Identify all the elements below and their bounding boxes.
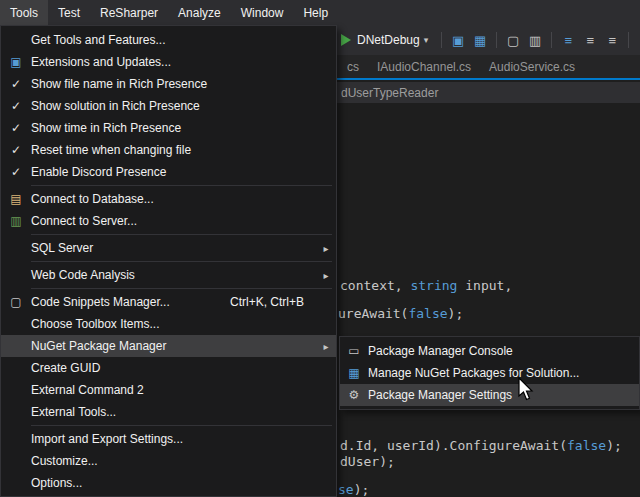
code-line: ureAwait(false); bbox=[338, 306, 463, 322]
visual-studio-window: context, string input,ureAwait(false);d.… bbox=[0, 0, 640, 497]
profiler-icon[interactable]: ▦ bbox=[470, 30, 490, 50]
menu-item-create-guid[interactable]: Create GUID ▸ bbox=[1, 357, 336, 379]
icon-glyph: ▥ bbox=[529, 33, 541, 48]
icon-glyph: ≡ bbox=[586, 33, 594, 48]
split-view-icon[interactable]: ▥ bbox=[525, 30, 545, 50]
tab-label: cs bbox=[347, 60, 359, 74]
menubar-test[interactable]: Test bbox=[48, 0, 90, 25]
menubar-item-label: Help bbox=[303, 6, 328, 20]
icon-glyph: ≡ bbox=[608, 33, 616, 48]
menu-item-code-snippets-manager[interactable]: ▢ Code Snippets Manager... Ctrl+K, Ctrl+… bbox=[1, 291, 336, 313]
menu-item-customize[interactable]: Customize... ▸ bbox=[1, 450, 336, 472]
menu-bar: Tools Test ReSharper Analyze Window Help bbox=[0, 0, 640, 25]
console-icon: ▭ bbox=[340, 344, 368, 358]
menu-item-options[interactable]: Options... ▸ bbox=[1, 472, 336, 494]
tab-audioservice[interactable]: AudioService.cs bbox=[480, 55, 584, 78]
icon-glyph: ▢ bbox=[507, 33, 519, 48]
check-icon: ✓ bbox=[1, 99, 31, 113]
menubar-item-label: ReSharper bbox=[100, 6, 158, 20]
menu-item-show-time[interactable]: ✓ Show time in Rich Presence ▸ bbox=[1, 117, 336, 139]
menubar-resharper[interactable]: ReSharper bbox=[90, 0, 168, 25]
debug-target-dropdown[interactable]: DNetDebug bbox=[357, 33, 420, 47]
menu-item-show-solution[interactable]: ✓ Show solution in Rich Presence ▸ bbox=[1, 95, 336, 117]
menu-item-label: Web Code Analysis bbox=[31, 268, 135, 282]
menubar-item-label: Analyze bbox=[178, 6, 221, 20]
menu-item-label: Get Tools and Features... bbox=[31, 33, 166, 47]
start-debug-icon[interactable] bbox=[341, 34, 351, 46]
menu-item-external-tools[interactable]: External Tools... ▸ bbox=[1, 401, 336, 423]
menu-item-label: Enable Discord Presence bbox=[31, 165, 166, 179]
menu-item-reset-time[interactable]: ✓ Reset time when changing file ▸ bbox=[1, 139, 336, 161]
menu-item-label: Show file name in Rich Presence bbox=[31, 77, 207, 91]
separator bbox=[441, 32, 442, 48]
database-icon: ▤ bbox=[1, 192, 31, 206]
menu-item-label: SQL Server bbox=[31, 241, 93, 255]
menu-item-web-code-analysis[interactable]: Web Code Analysis ▸ bbox=[1, 264, 336, 286]
new-query-icon[interactable]: ▢ bbox=[503, 30, 523, 50]
menubar-analyze[interactable]: Analyze bbox=[168, 0, 231, 25]
check-icon: ✓ bbox=[1, 121, 31, 135]
menu-item-label: NuGet Package Manager bbox=[31, 339, 166, 353]
attach-to-process-icon[interactable]: ▣ bbox=[448, 30, 468, 50]
menu-item-nuget-package-manager[interactable]: NuGet Package Manager ▸ bbox=[1, 335, 336, 357]
tab-iaudiochannel[interactable]: IAudioChannel.cs bbox=[368, 55, 480, 78]
submenu-item-manage-nuget-packages[interactable]: ▦ Manage NuGet Packages for Solution... bbox=[340, 362, 639, 384]
menubar-tools[interactable]: Tools bbox=[0, 0, 48, 25]
check-icon: ✓ bbox=[1, 143, 31, 157]
menubar-item-label: Window bbox=[241, 6, 284, 20]
menu-item-get-tools-and-features[interactable]: Get Tools and Features... ▸ bbox=[1, 29, 336, 51]
menubar-help[interactable]: Help bbox=[293, 0, 338, 25]
menu-item-import-export-settings[interactable]: Import and Export Settings... ▸ bbox=[1, 428, 336, 450]
code-line: context, string input, bbox=[340, 278, 512, 294]
menu-item-label: Show solution in Rich Presence bbox=[31, 99, 200, 113]
mouse-cursor bbox=[518, 377, 536, 403]
menubar-item-label: Tools bbox=[10, 6, 38, 20]
check-icon: ✓ bbox=[1, 165, 31, 179]
code-line: se); bbox=[338, 482, 369, 497]
submenu-item-label: Package Manager Settings bbox=[368, 388, 512, 402]
menu-item-label: Extensions and Updates... bbox=[31, 55, 171, 69]
tab-label: AudioService.cs bbox=[489, 60, 575, 74]
menu-item-label: Import and Export Settings... bbox=[31, 432, 183, 446]
menu-item-extensions-and-updates[interactable]: ▣ Extensions and Updates... ▸ bbox=[1, 51, 336, 73]
separator bbox=[628, 32, 629, 48]
line-indent-icon[interactable]: ≡ bbox=[558, 30, 578, 50]
member-dropdown[interactable]: dUserTypeReader bbox=[341, 86, 438, 100]
code-line: dUser); bbox=[340, 454, 395, 470]
menu-item-label: Code Snippets Manager... bbox=[31, 295, 170, 309]
chevron-down-icon[interactable]: ▾ bbox=[424, 35, 429, 45]
menu-item-sql-server[interactable]: SQL Server ▸ bbox=[1, 237, 336, 259]
submenu-arrow-icon: ▸ bbox=[318, 270, 334, 281]
icon-glyph: ≡ bbox=[564, 33, 572, 48]
line-spacing-icon[interactable]: ≡ bbox=[580, 30, 600, 50]
menu-item-label: External Command 2 bbox=[31, 383, 144, 397]
tab-partial[interactable]: cs bbox=[338, 55, 368, 78]
menu-item-enable-discord-presence[interactable]: ✓ Enable Discord Presence ▸ bbox=[1, 161, 336, 183]
menu-item-connect-to-database[interactable]: ▤ Connect to Database... ▸ bbox=[1, 188, 336, 210]
snippets-icon: ▢ bbox=[1, 295, 31, 309]
menu-item-label: Connect to Server... bbox=[31, 214, 137, 228]
menu-item-external-command-2[interactable]: External Command 2 ▸ bbox=[1, 379, 336, 401]
menu-item-label: Customize... bbox=[31, 454, 98, 468]
menu-item-connect-to-server[interactable]: ▥ Connect to Server... ▸ bbox=[1, 210, 336, 232]
menubar-item-label: Test bbox=[58, 6, 80, 20]
submenu-arrow-icon: ▸ bbox=[318, 341, 334, 352]
submenu-item-package-manager-console[interactable]: ▭ Package Manager Console bbox=[340, 340, 639, 362]
menu-item-label: Options... bbox=[31, 476, 82, 490]
nuget-submenu: ▭ Package Manager Console ▦ Manage NuGet… bbox=[339, 336, 640, 410]
menu-item-choose-toolbox-items[interactable]: Choose Toolbox Items... ▸ bbox=[1, 313, 336, 335]
menu-item-label: Connect to Database... bbox=[31, 192, 154, 206]
comment-lines-icon[interactable]: ≡ bbox=[602, 30, 622, 50]
bookmark-icon[interactable]: ⚑ bbox=[635, 30, 640, 50]
icon-glyph: ▣ bbox=[452, 33, 464, 48]
menu-item-show-file-name[interactable]: ✓ Show file name in Rich Presence ▸ bbox=[1, 73, 336, 95]
toolbar-icon-group: ▣ ▦ ▢ ▥ bbox=[436, 30, 640, 50]
gear-icon: ⚙ bbox=[340, 388, 368, 402]
menu-item-label: Create GUID bbox=[31, 361, 100, 375]
tab-label: IAudioChannel.cs bbox=[377, 60, 471, 74]
submenu-item-package-manager-settings[interactable]: ⚙ Package Manager Settings bbox=[340, 384, 639, 406]
extensions-icon: ▣ bbox=[1, 55, 31, 69]
server-icon: ▥ bbox=[1, 214, 31, 228]
icon-glyph: ▦ bbox=[474, 33, 486, 48]
menubar-window[interactable]: Window bbox=[231, 0, 294, 25]
